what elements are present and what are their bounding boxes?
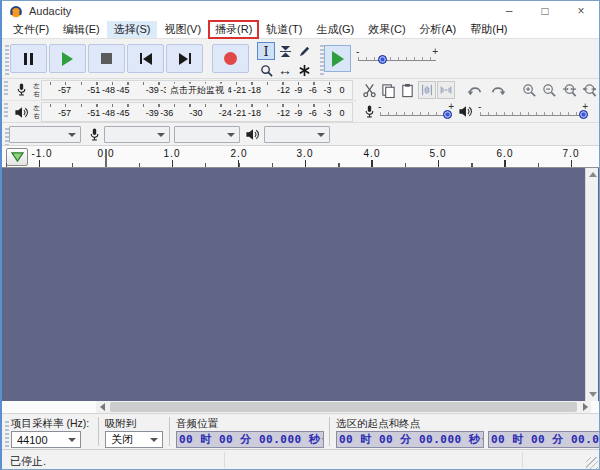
audio-host-dropdown[interactable]	[9, 126, 81, 143]
draw-tool-button[interactable]	[295, 42, 313, 60]
menu-analyze[interactable]: 分析(A)	[413, 21, 464, 38]
chevron-down-icon	[317, 133, 325, 137]
recording-device-dropdown[interactable]	[104, 126, 170, 143]
toolbar-grip[interactable]	[5, 421, 9, 448]
copy-button[interactable]	[379, 81, 397, 99]
caret-down-icon[interactable]: ▾	[482, 435, 484, 444]
menu-select[interactable]: 选择(S)	[107, 21, 158, 38]
toolbar-grip[interactable]	[4, 103, 8, 119]
timeshift-tool-button[interactable]: ↔	[276, 61, 294, 79]
ruler-label: 2.0	[231, 148, 248, 159]
caret-down-icon[interactable]: ▾	[322, 435, 324, 444]
speed-slider-thumb[interactable]	[378, 55, 387, 64]
meter-edit-row: 左 右 -57 -51 -48 -45 -39 -36 -30 -24 -21 …	[2, 79, 599, 123]
menu-help[interactable]: 帮助(H)	[463, 21, 514, 38]
playback-volume-speaker-icon	[458, 104, 473, 119]
scroll-up-icon[interactable]	[589, 172, 597, 177]
zoom-in-button[interactable]	[520, 81, 538, 99]
play-at-speed-button[interactable]	[324, 45, 351, 72]
toolbar-grip[interactable]	[5, 45, 9, 75]
close-button[interactable]: ×	[563, 1, 599, 21]
undo-button[interactable]	[466, 81, 484, 99]
skip-end-icon	[179, 53, 191, 65]
toolbar-grip[interactable]	[4, 81, 8, 97]
play-button[interactable]	[49, 44, 86, 73]
mixer-toolbar: - + - +	[358, 101, 599, 123]
recording-meter[interactable]: 左 右 -57 -51 -48 -45 -39 -36 -30 -24 -21 …	[2, 79, 357, 101]
menu-tracks[interactable]: 轨道(T)	[259, 21, 309, 38]
ibeam-icon: I	[263, 44, 268, 59]
recording-meter-strip[interactable]: -57 -51 -48 -45 -39 -36 -30 -24 -21 -18 …	[41, 80, 353, 100]
snap-to-dropdown[interactable]: 关闭	[105, 431, 163, 448]
recording-device-mic-icon	[87, 127, 102, 142]
playback-meter-strip[interactable]: -57 -51 -48 -45 -39 -36 -30 -24 -21 -18 …	[41, 102, 353, 122]
sample-rate-dropdown[interactable]: 44100	[11, 431, 81, 448]
play-db-scale: -57 -51 -48 -45 -39 -36 -30 -24 -21 -18 …	[50, 103, 342, 121]
skip-to-end-button[interactable]	[166, 44, 203, 73]
skip-to-start-button[interactable]	[127, 44, 164, 73]
menu-file[interactable]: 文件(F)	[6, 21, 56, 38]
fit-selection-button[interactable]	[560, 81, 578, 99]
ruler-label: 4.0	[364, 148, 381, 159]
ruler-label: 3.0	[297, 148, 314, 159]
scroll-down-icon[interactable]	[589, 392, 597, 397]
play-vol-minus: -	[478, 101, 481, 112]
envelope-tool-button[interactable]	[276, 42, 294, 60]
timeline-ruler[interactable]: -1.0 0.0 1.0 2.0 3.0 4.0 5.0 6.0 7.0	[2, 146, 599, 168]
recording-volume-thumb[interactable]	[443, 110, 452, 119]
scissors-icon	[362, 83, 377, 98]
paste-button[interactable]	[398, 81, 416, 99]
menu-edit[interactable]: 编辑(E)	[56, 21, 107, 38]
trim-audio-button[interactable]	[418, 81, 436, 99]
selection-start-field[interactable]: 00 时 00 分 00.000 秒 ▾	[336, 431, 484, 448]
resize-grip[interactable]	[586, 457, 598, 469]
menu-generate[interactable]: 生成(G)	[309, 21, 361, 38]
microphone-icon	[14, 82, 30, 97]
record-icon	[224, 52, 237, 65]
selection-end-field[interactable]: 00 时 00 分 00.000 秒	[488, 431, 600, 448]
monitor-hint-text[interactable]: 点击开始监视	[166, 83, 228, 96]
stop-button[interactable]	[88, 44, 125, 73]
zoom-tool-button[interactable]	[257, 61, 275, 79]
cut-button[interactable]	[360, 81, 378, 99]
chevron-down-icon	[68, 133, 76, 137]
asterisk-icon	[298, 64, 311, 77]
hscroll-thumb[interactable]	[110, 402, 577, 412]
pause-button[interactable]	[10, 44, 47, 73]
silence-audio-button[interactable]	[437, 81, 455, 99]
fit-project-button[interactable]	[580, 81, 598, 99]
titlebar: Audacity – □ ×	[2, 1, 599, 21]
menu-effect[interactable]: 效果(C)	[361, 21, 412, 38]
recording-channels-dropdown[interactable]	[174, 126, 240, 143]
scroll-right-button[interactable]	[579, 401, 591, 413]
recording-volume-mic-icon	[362, 104, 377, 119]
menu-transport-highlighted[interactable]: 播录(R)	[208, 20, 259, 39]
horizontal-scrollbar[interactable]	[2, 401, 599, 413]
recording-volume-slider[interactable]: - +	[380, 104, 452, 122]
audio-position-field[interactable]: 00 时 00 分 00.000 秒 ▾	[176, 431, 324, 448]
window-title: Audacity	[29, 5, 71, 17]
audacity-window: Audacity – □ × 文件(F) 编辑(E) 选择(S) 视图(V) 播…	[0, 0, 600, 470]
scroll-left-button[interactable]	[96, 401, 108, 413]
minimize-button[interactable]: –	[491, 1, 527, 21]
vertical-scrollbar[interactable]	[585, 168, 598, 401]
snap-label: 吸附到	[105, 417, 137, 431]
maximize-button[interactable]: □	[527, 1, 563, 21]
playback-meter[interactable]: 左 右 -57 -51 -48 -45 -39 -36 -30 -24 -21 …	[2, 101, 357, 123]
redo-button[interactable]	[488, 81, 506, 99]
playback-device-dropdown[interactable]	[264, 126, 330, 143]
magnifier-icon	[260, 64, 273, 77]
selection-end-value: 00 时 00 分 00.000 秒	[491, 432, 600, 447]
menu-view[interactable]: 视图(V)	[157, 21, 208, 38]
zoom-out-icon	[542, 83, 557, 98]
status-text: 已停止.	[10, 454, 46, 469]
chevron-down-icon	[68, 438, 76, 442]
playback-volume-thumb[interactable]	[579, 110, 588, 119]
play-speed-slider[interactable]: - +	[358, 49, 436, 67]
multi-tool-button[interactable]	[295, 61, 313, 79]
selection-tool-button[interactable]: I	[257, 42, 275, 60]
playback-volume-slider[interactable]: - +	[480, 104, 586, 122]
zoom-out-button[interactable]	[540, 81, 558, 99]
selection-start-value: 00 时 00 分 00.000 秒	[339, 432, 480, 447]
record-button[interactable]	[212, 44, 249, 73]
